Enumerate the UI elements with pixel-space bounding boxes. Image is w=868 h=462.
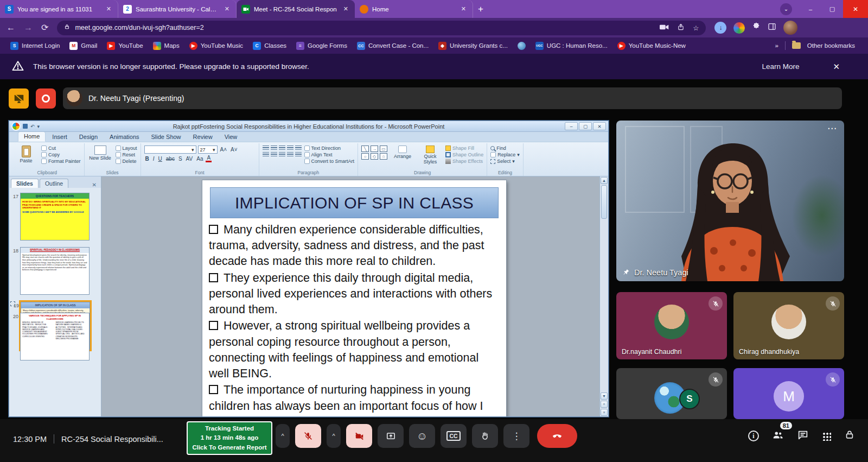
underline-button[interactable]: U <box>157 156 163 162</box>
reset-button[interactable]: Reset <box>116 152 137 157</box>
undo-icon[interactable]: ↶ <box>30 124 35 129</box>
thumbnail-slide-20[interactable]: 20 VARIOUS TECHNIQUES FOR APPLYING SP IN… <box>10 313 99 360</box>
raise-hand-button[interactable] <box>472 424 498 448</box>
learn-more-link[interactable]: Learn More <box>762 62 799 71</box>
shrink-font-button[interactable]: A˅ <box>229 147 239 153</box>
scroll-up-icon[interactable]: ▲ <box>601 177 608 184</box>
text-direction-button[interactable]: Text Direction <box>304 145 355 151</box>
ppt-minimize-button[interactable]: – <box>565 122 578 130</box>
download-icon[interactable]: ↓ <box>714 22 726 34</box>
qat-caret-icon[interactable]: ▾ <box>37 124 40 129</box>
mic-options-chevron[interactable]: ^ <box>276 424 290 448</box>
strikethrough-button[interactable]: abc <box>165 156 176 162</box>
other-bookmarks-button[interactable]: Other bookmarks <box>807 42 855 49</box>
next-slide-icon[interactable]: « <box>601 409 608 416</box>
thumbnail-slide-19-selected[interactable]: 19 IMPLICATION OF SP IN CLASS Many child… <box>10 301 15 306</box>
mic-off-button[interactable] <box>295 424 321 448</box>
line-spacing-icon[interactable] <box>295 145 302 151</box>
ribbon-tab-review[interactable]: Review <box>188 132 218 142</box>
camera-off-button[interactable] <box>346 424 372 448</box>
window-minimize-button[interactable]: – <box>800 0 821 18</box>
main-video-tile[interactable]: ⋯ Dr. Neetu Tyagi <box>616 121 844 281</box>
increase-indent-icon[interactable] <box>287 145 293 151</box>
bookmark-youtube-music-new[interactable]: ▶YouTube Music-New <box>612 40 691 52</box>
copy-button[interactable]: Copy <box>41 152 81 157</box>
browser-tab-2[interactable]: 2 Saurashtra University - Calendar ✕ <box>118 0 237 18</box>
bullets-icon[interactable] <box>263 145 269 151</box>
reload-icon[interactable]: ⟳ <box>41 23 48 32</box>
bold-button[interactable]: B <box>144 156 150 162</box>
bookmark-internet-login[interactable]: SInternet Login <box>5 40 65 52</box>
ribbon-tab-animations[interactable]: Animations <box>104 132 144 142</box>
bookmark-university-grants[interactable]: ◆University Grants c... <box>433 40 513 52</box>
chat-button[interactable] <box>797 429 809 443</box>
window-close-button[interactable]: ✕ <box>843 0 868 18</box>
profile-circle-icon[interactable] <box>733 22 745 34</box>
panel-tab-slides[interactable]: Slides <box>11 179 39 188</box>
font-name-combo[interactable]: ▾ <box>144 145 196 154</box>
shape-rect-icon[interactable]: ▭ <box>380 145 387 152</box>
numbering-icon[interactable] <box>271 145 277 151</box>
more-options-button[interactable]: ⋮ <box>503 424 529 448</box>
shape-diamond-icon[interactable]: ◇ <box>371 153 378 160</box>
browser-avatar[interactable] <box>783 21 797 35</box>
host-controls-lock-icon[interactable] <box>844 429 855 442</box>
shape-outline-button[interactable]: Shape Outline <box>445 152 483 157</box>
select-button[interactable]: Select ▾ <box>490 159 520 164</box>
bookmark-maps[interactable]: Maps <box>148 40 184 52</box>
bookmark-gmail[interactable]: MGmail <box>65 40 102 52</box>
panel-close-icon[interactable]: ✕ <box>90 182 99 188</box>
previous-slide-icon[interactable]: « <box>601 401 608 408</box>
scroll-down-icon[interactable]: ▼ <box>601 393 608 400</box>
ribbon-tab-slideshow[interactable]: Slide Show <box>146 132 187 142</box>
panel-tab-outline[interactable]: Outline <box>40 179 68 188</box>
shape-star-icon[interactable]: ☆ <box>380 153 387 160</box>
shape-fill-button[interactable]: Shape Fill <box>445 145 483 151</box>
browser-tab-1[interactable]: S You are signed in as 11031 ✕ <box>0 0 118 18</box>
bookmark-youtube[interactable]: ▶YouTube <box>102 40 148 52</box>
cut-button[interactable]: Cut <box>41 145 81 151</box>
ribbon-tab-insert[interactable]: Insert <box>47 132 73 142</box>
thumbnail-slide-18[interactable]: 18 SPIRITUAL PEDAGOGY IN CLASSROOMS Spir… <box>10 247 99 295</box>
ribbon-tab-view[interactable]: View <box>219 132 243 142</box>
align-center-icon[interactable] <box>271 152 277 157</box>
align-text-button[interactable]: Align Text <box>304 152 355 157</box>
office-button[interactable] <box>11 122 21 131</box>
shape-arrow-icon[interactable]: → <box>371 145 378 152</box>
participant-tile-2[interactable]: Chirag dhandhukiya <box>733 292 844 359</box>
extensions-puzzle-icon[interactable] <box>752 22 761 33</box>
camera-in-use-icon[interactable] <box>660 24 669 32</box>
bookmark-classes[interactable]: CClasses <box>248 40 291 52</box>
participant-tile-1[interactable]: Dr.nayanit Chaudhri <box>616 292 727 359</box>
bookmarks-overflow-icon[interactable]: » <box>775 42 778 49</box>
ribbon-tab-design[interactable]: Design <box>74 132 103 142</box>
bookmark-ugc[interactable]: UGCUGC : Human Reso... <box>531 40 612 52</box>
captions-button[interactable]: CC <box>441 424 467 448</box>
new-slide-button[interactable]: New Slide <box>88 144 113 161</box>
ppt-close-button[interactable]: ✕ <box>593 122 606 130</box>
paste-button[interactable]: Paste <box>14 144 39 164</box>
delete-button[interactable]: Delete <box>116 159 137 164</box>
tracking-report-link[interactable]: Click To Generate Report <box>188 443 271 452</box>
layout-button[interactable]: Layout <box>116 145 137 151</box>
tab-close-icon[interactable]: ✕ <box>105 5 113 13</box>
browser-tab-meet-active[interactable]: Meet - RC-254 Social Respon ✕ <box>237 0 355 18</box>
arrange-button[interactable]: Arrange <box>390 144 415 160</box>
bookmark-google-forms[interactable]: ≡Google Forms <box>291 40 352 52</box>
bookmark-star-icon[interactable]: ☆ <box>693 24 699 32</box>
ppt-restore-button[interactable]: ▢ <box>579 122 592 130</box>
bookmark-youtube-music[interactable]: ▶YouTube Music <box>184 40 248 52</box>
participant-tile-3[interactable]: S <box>616 368 727 419</box>
participant-tile-4[interactable]: M <box>733 368 844 419</box>
back-icon[interactable]: ← <box>7 23 15 32</box>
tab-search-icon[interactable]: ⌄ <box>780 3 792 15</box>
reactions-button[interactable]: ☺ <box>409 424 435 448</box>
shape-line-icon[interactable]: ╲ <box>361 145 369 152</box>
bookmark-convert-case[interactable]: CCConvert Case - Con... <box>352 40 433 52</box>
grow-font-button[interactable]: A˄ <box>219 147 228 153</box>
decrease-indent-icon[interactable] <box>279 145 285 151</box>
format-painter-button[interactable]: Format Painter <box>41 159 81 164</box>
presentation-indicator-icon[interactable] <box>9 88 29 109</box>
columns-icon[interactable] <box>295 152 302 157</box>
ppt-vertical-scrollbar[interactable]: ▲ ▼ « « <box>599 176 608 416</box>
